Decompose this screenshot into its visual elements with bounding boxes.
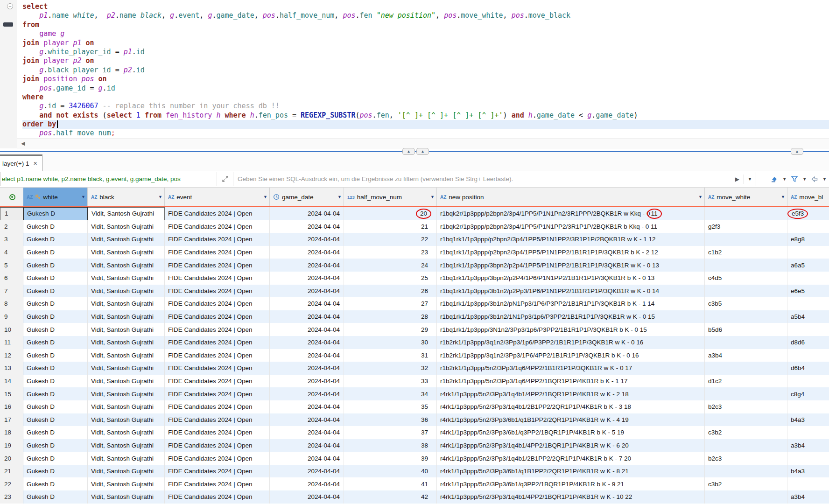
cell-rownum[interactable]: 7 <box>0 285 23 298</box>
cell-move_black[interactable]: d6b4 <box>787 362 829 375</box>
table-row[interactable]: 21Gukesh DVidit, Santosh GujrathiFIDE Ca… <box>0 465 829 478</box>
cell-white[interactable]: Gukesh D <box>23 400 88 413</box>
cell-move_black[interactable] <box>787 477 829 490</box>
cell-fen[interactable]: r4rk1/1p3ppp/5n2/3Pp3/1q4b1/2B1PP2/2QR1P… <box>437 400 705 413</box>
cell-game_date[interactable]: 2024-04-04 <box>270 259 344 272</box>
cell-game_date[interactable]: 2024-04-04 <box>270 375 344 388</box>
cell-black[interactable]: Vidit, Santosh Gujrathi <box>88 246 165 259</box>
cell-fen[interactable]: r1bqk2r/1p3ppp/p2bpn2/3p4/1PP5/P1N1Pn2/3… <box>437 207 705 220</box>
cell-game_date[interactable]: 2024-04-04 <box>270 349 344 362</box>
cell-game_date[interactable]: 2024-04-04 <box>270 477 344 490</box>
cell-event[interactable]: FIDE Candidates 2024 | Open <box>165 426 270 439</box>
cell-half_move_num[interactable]: 32 <box>344 362 437 375</box>
cell-rownum[interactable]: 1 <box>0 207 23 220</box>
table-row[interactable]: 19Gukesh DVidit, Santosh GujrathiFIDE Ca… <box>0 439 829 452</box>
cell-move_white[interactable]: c3b2 <box>705 426 787 439</box>
cell-game_date[interactable]: 2024-04-04 <box>270 285 344 298</box>
cell-rownum[interactable]: 2 <box>0 220 23 233</box>
cell-move_white[interactable] <box>705 362 787 375</box>
table-row[interactable]: 14Gukesh DVidit, Santosh GujrathiFIDE Ca… <box>0 375 829 388</box>
cell-move_white[interactable]: a3b4 <box>705 349 787 362</box>
cell-event[interactable]: FIDE Candidates 2024 | Open <box>165 323 270 336</box>
column-header-black[interactable]: AZblack▼ <box>88 188 165 206</box>
cell-game_date[interactable]: 2024-04-04 <box>270 465 344 478</box>
cell-rownum[interactable]: 10 <box>0 323 23 336</box>
cell-white[interactable]: Gukesh D <box>23 297 88 310</box>
cell-fen[interactable]: r1bq1rk1/1p3ppp/3b1n2/pN1Pp3/1P6/P3PP2/1… <box>437 297 705 310</box>
table-row[interactable]: 2Gukesh DVidit, Santosh GujrathiFIDE Can… <box>0 220 829 233</box>
cell-move_white[interactable] <box>705 336 787 349</box>
cell-black[interactable]: Vidit, Santosh Gujrathi <box>88 310 165 323</box>
cell-rownum[interactable]: 6 <box>0 272 23 285</box>
cell-white[interactable]: Gukesh D <box>23 285 88 298</box>
cell-white[interactable]: Gukesh D <box>23 220 88 233</box>
table-row[interactable]: 1Gukesh DVidit, Santosh GujrathiFIDE Can… <box>0 207 829 220</box>
table-row[interactable]: 3Gukesh DVidit, Santosh GujrathiFIDE Can… <box>0 233 829 246</box>
cell-move_black[interactable]: b4a3 <box>787 413 829 427</box>
table-row[interactable]: 20Gukesh DVidit, Santosh GujrathiFIDE Ca… <box>0 452 829 465</box>
editor-horizontal-scrollbar[interactable]: ◀ <box>17 138 829 149</box>
filter-placeholder[interactable]: Geben Sie einen SQL-Ausdruck ein, um die… <box>233 175 732 182</box>
code-line[interactable]: g.id = 3426067 -- replace this number in… <box>22 102 829 111</box>
cell-half_move_num[interactable]: 29 <box>344 323 437 336</box>
cell-game_date[interactable]: 2024-04-04 <box>270 387 344 400</box>
cell-white[interactable]: Gukesh D <box>23 426 88 439</box>
cell-move_black[interactable]: e6e5 <box>787 285 829 298</box>
cell-fen[interactable]: r1bqk2r/1p3ppp/p2bpn2/3p4/1PP5/P1N1PP2/3… <box>437 220 705 233</box>
column-filter-dropdown-icon[interactable]: ▼ <box>337 195 342 199</box>
column-filter-dropdown-icon[interactable]: ▼ <box>158 195 162 199</box>
back-dropdown-icon[interactable]: ▼ <box>821 177 828 182</box>
cell-move_black[interactable] <box>787 400 829 413</box>
table-row[interactable]: 11Gukesh DVidit, Santosh GujrathiFIDE Ca… <box>0 336 829 349</box>
cell-event[interactable]: FIDE Candidates 2024 | Open <box>165 310 270 323</box>
cell-black[interactable]: Vidit, Santosh Gujrathi <box>88 233 165 246</box>
cell-fen[interactable]: r1bq1rk1/1p3ppp/p2bpn2/3p4/1PP5/P1N1PP2/… <box>437 246 705 259</box>
erase-filter-icon[interactable] <box>770 175 778 182</box>
cell-event[interactable]: FIDE Candidates 2024 | Open <box>165 272 270 285</box>
sql-editor[interactable]: − select p1.name white, p2.name black, g… <box>0 0 829 138</box>
cell-black[interactable]: Vidit, Santosh Gujrathi <box>88 336 165 349</box>
cell-black[interactable]: Vidit, Santosh Gujrathi <box>88 272 165 285</box>
cell-rownum[interactable]: 17 <box>0 413 23 427</box>
cell-move_white[interactable] <box>705 259 787 272</box>
column-header-half_move_num[interactable]: 123half_move_num▼ <box>344 188 437 206</box>
table-row[interactable]: 18Gukesh DVidit, Santosh GujrathiFIDE Ca… <box>0 426 829 439</box>
column-header-fen[interactable]: AZnew position▼ <box>437 188 705 206</box>
cell-half_move_num[interactable]: 39 <box>344 452 437 465</box>
cell-event[interactable]: FIDE Candidates 2024 | Open <box>165 285 270 298</box>
cell-black[interactable]: Vidit, Santosh Gujrathi <box>88 477 165 490</box>
cell-move_black[interactable] <box>787 246 829 259</box>
cell-game_date[interactable]: 2024-04-04 <box>270 426 344 439</box>
cell-event[interactable]: FIDE Candidates 2024 | Open <box>165 207 270 220</box>
cell-black[interactable]: Vidit, Santosh Gujrathi <box>88 285 165 298</box>
cell-half_move_num[interactable]: 41 <box>344 477 437 490</box>
cell-fen[interactable]: r4rk1/1p3ppp/5n2/3Pp3/6b1/q1B1PP2/2QR1P1… <box>437 413 705 427</box>
cell-fen[interactable]: r1b2rk1/1p3ppp/5n2/3Pp3/1q6/4PP2/1B1R1P1… <box>437 362 705 375</box>
cell-fen[interactable]: r1bq1rk1/1p3ppp/3bpn2/p2P4/1P6/P1N1PP2/1… <box>437 272 705 285</box>
cell-half_move_num[interactable]: 23 <box>344 246 437 259</box>
cell-rownum[interactable]: 8 <box>0 297 23 310</box>
cell-half_move_num[interactable]: 42 <box>344 490 437 504</box>
cell-move_black[interactable]: a5b4 <box>787 310 829 323</box>
cell-move_white[interactable]: g2f3 <box>705 220 787 233</box>
cell-white[interactable]: Gukesh D <box>23 477 88 490</box>
cell-rownum[interactable]: 9 <box>0 310 23 323</box>
cell-move_black[interactable] <box>787 426 829 439</box>
cell-fen[interactable]: r1bq1rk1/1p3ppp/3N1n2/3Pp3/1p6/P3PP2/1B1… <box>437 323 705 336</box>
cell-rownum[interactable]: 23 <box>0 490 23 504</box>
back-arrow-icon[interactable] <box>811 176 818 182</box>
column-filter-dropdown-icon[interactable]: ▼ <box>263 195 267 199</box>
cell-fen[interactable]: r4rk1/1p3ppp/5n2/3Pp3/1q4b1/4PP2/1BQR1P1… <box>437 490 705 504</box>
code-line[interactable]: join player p1 on <box>22 39 829 48</box>
cell-fen[interactable]: r1b2rk1/1p3ppp/5n2/3Pp3/1q6/4PP2/1BQR1P1… <box>437 375 705 388</box>
cell-move_white[interactable] <box>705 207 787 220</box>
filter-history-dropdown-icon[interactable]: ▼ <box>744 177 756 182</box>
cell-white[interactable]: Gukesh D <box>23 413 88 427</box>
cell-black[interactable]: Vidit, Santosh Gujrathi <box>88 490 165 504</box>
cell-rownum[interactable]: 20 <box>0 452 23 465</box>
sql-code[interactable]: select p1.name white, p2.name black, g.e… <box>22 2 829 138</box>
column-header-rownum[interactable] <box>0 188 23 206</box>
cell-rownum[interactable]: 11 <box>0 336 23 349</box>
cell-game_date[interactable]: 2024-04-04 <box>270 310 344 323</box>
cell-event[interactable]: FIDE Candidates 2024 | Open <box>165 439 270 452</box>
